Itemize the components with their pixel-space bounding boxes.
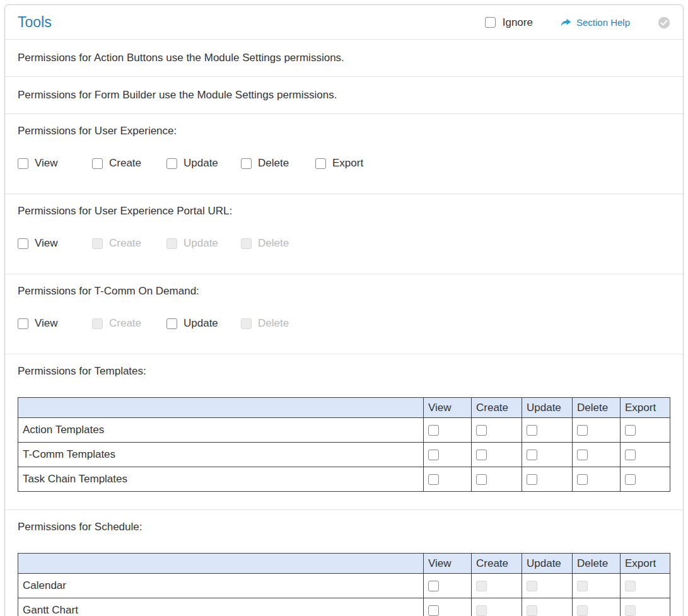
export-checkbox[interactable] [315, 158, 326, 169]
table-row: Calendar [18, 574, 670, 598]
options-row: View Create Update Delete [18, 317, 670, 330]
checkbox-update[interactable] [527, 474, 537, 485]
option-update: Update [166, 237, 241, 250]
row-label: Gantt Chart [18, 598, 424, 616]
table-header-row: View Create Update Delete Export [18, 554, 670, 574]
option-label: Delete [258, 237, 289, 250]
checkbox-create [476, 581, 487, 591]
col-create: Create [472, 554, 522, 574]
option-update[interactable]: Update [166, 157, 241, 170]
row-label-header [18, 398, 424, 418]
section-help-label: Section Help [576, 17, 630, 28]
option-create: Create [92, 237, 166, 250]
section-complete-icon[interactable] [658, 16, 670, 29]
row-label: Calendar [18, 574, 424, 598]
checkbox-export [625, 581, 636, 591]
col-update: Update [522, 398, 573, 418]
checkbox-export [625, 605, 636, 616]
checkbox-update[interactable] [527, 450, 537, 460]
section-user-experience: Permissions for User Experience: View Cr… [5, 114, 683, 194]
checkbox-view[interactable] [428, 450, 439, 460]
section-label: Permissions for Schedule: [18, 520, 670, 535]
checkbox-delete[interactable] [577, 450, 588, 460]
col-create: Create [472, 398, 522, 418]
section-label: Permissions for User Experience: [18, 124, 670, 139]
option-label: Delete [258, 157, 289, 170]
section-templates: Permissions for Templates: View Create U… [5, 354, 683, 509]
view-checkbox[interactable] [18, 318, 28, 329]
checkbox-create[interactable] [476, 474, 487, 485]
checkbox-delete[interactable] [577, 425, 588, 436]
schedule-permissions-table: View Create Update Delete Export Calenda… [18, 553, 670, 616]
checkbox-delete[interactable] [577, 474, 588, 485]
checkbox-update [527, 605, 537, 616]
table-row: Task Chain Templates [18, 467, 670, 492]
view-checkbox[interactable] [18, 238, 28, 249]
section-label: Permissions for User Experience Portal U… [18, 204, 670, 219]
option-label: View [35, 317, 58, 330]
create-checkbox[interactable] [92, 158, 103, 169]
option-create[interactable]: Create [92, 157, 166, 170]
checkbox-create[interactable] [476, 425, 487, 436]
forward-arrow-icon [561, 18, 571, 27]
checkbox-view[interactable] [428, 474, 439, 485]
row-label: T-Comm Templates [18, 443, 424, 467]
section-help-link[interactable]: Section Help [561, 17, 630, 28]
option-label: Create [109, 317, 141, 330]
checkbox-update [527, 581, 537, 591]
table-row: T-Comm Templates [18, 443, 670, 467]
checkbox-view[interactable] [428, 425, 439, 436]
table-row: Gantt Chart [18, 598, 670, 616]
update-checkbox[interactable] [166, 318, 177, 329]
col-view: View [424, 398, 472, 418]
section-header: Tools Ignore Section Help [5, 5, 683, 39]
section-tcomm-on-demand: Permissions for T-Comm On Demand: View C… [5, 274, 683, 354]
row-label: Action Templates [18, 418, 424, 443]
option-export[interactable]: Export [315, 157, 390, 170]
delete-checkbox[interactable] [241, 158, 252, 169]
options-row: View Create Update Delete Export [18, 157, 670, 170]
checkbox-export[interactable] [625, 425, 636, 436]
create-checkbox [92, 238, 103, 249]
table-row: Action Templates [18, 418, 670, 443]
update-checkbox [166, 238, 177, 249]
section-portal-url: Permissions for User Experience Portal U… [5, 194, 683, 274]
col-export: Export [621, 398, 670, 418]
option-label: View [35, 157, 58, 170]
checkbox-view[interactable] [428, 581, 439, 591]
ignore-checkbox[interactable] [485, 17, 496, 28]
section-schedule: Permissions for Schedule: View Create Up… [5, 510, 683, 616]
note-action-buttons: Permissions for Action Buttons use the M… [5, 40, 683, 76]
option-label: Update [184, 237, 218, 250]
update-checkbox[interactable] [166, 158, 177, 169]
col-update: Update [522, 554, 573, 574]
checkbox-create[interactable] [476, 450, 487, 460]
view-checkbox[interactable] [18, 158, 28, 169]
option-view[interactable]: View [18, 237, 92, 250]
option-label: View [35, 237, 58, 250]
checkbox-export[interactable] [625, 450, 636, 460]
col-export: Export [621, 554, 670, 574]
option-label: Delete [258, 317, 289, 330]
checkbox-view[interactable] [428, 605, 439, 616]
checkbox-delete [577, 581, 588, 591]
col-delete: Delete [573, 554, 621, 574]
row-label-header [18, 554, 424, 574]
col-view: View [424, 554, 472, 574]
option-label: Create [109, 157, 141, 170]
checkbox-update[interactable] [527, 425, 537, 436]
option-label: Update [184, 157, 218, 170]
option-label: Export [332, 157, 363, 170]
section-label: Permissions for T-Comm On Demand: [18, 284, 670, 299]
option-delete: Delete [241, 237, 315, 250]
checkbox-export[interactable] [625, 474, 636, 485]
options-row: View Create Update Delete [18, 237, 670, 250]
option-update[interactable]: Update [166, 317, 241, 330]
option-delete[interactable]: Delete [241, 157, 315, 170]
option-view[interactable]: View [18, 317, 92, 330]
page-title: Tools [18, 14, 52, 31]
option-view[interactable]: View [18, 157, 92, 170]
ignore-control[interactable]: Ignore [485, 16, 533, 29]
option-create: Create [92, 317, 166, 330]
row-label: Task Chain Templates [18, 467, 424, 492]
